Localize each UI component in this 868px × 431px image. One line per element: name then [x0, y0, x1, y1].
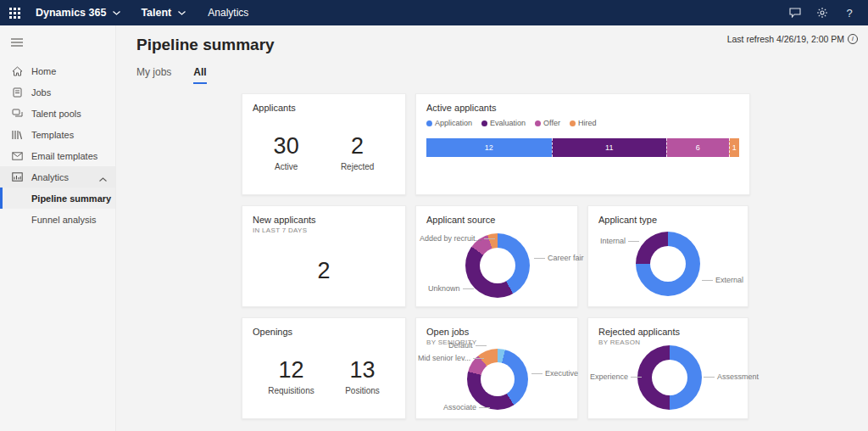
card-subtitle: BY SENIORITY	[426, 339, 567, 346]
donut-label-mid-senior: Mid senior lev...	[418, 354, 484, 362]
sidebar-item-home[interactable]: Home	[0, 60, 115, 81]
sidebar-item-label: Email templates	[31, 151, 97, 161]
donut-label-added-by-recruiter: Added by recruit...	[420, 234, 495, 243]
sidebar-item-templates[interactable]: Templates	[0, 124, 115, 145]
kpi-value: 13	[345, 357, 380, 383]
menu-icon[interactable]	[0, 25, 115, 60]
tab-bar: My jobs All	[136, 66, 207, 84]
donut-label-assessment: Assessment	[704, 372, 759, 381]
chevron-down-icon[interactable]	[178, 11, 186, 15]
kpi-value: 12	[268, 357, 314, 383]
card-applicant-type: Applicant type Internal External	[587, 205, 748, 307]
card-title: Openings	[253, 327, 395, 337]
last-refresh: Last refresh 4/26/19, 2:00 PM i	[727, 34, 858, 44]
donut-label-internal: Internal	[600, 237, 639, 245]
chevron-up-icon[interactable]	[99, 173, 107, 183]
donut-chart-rejected-applicants	[637, 345, 702, 410]
main-content: Pipeline summary Last refresh 4/26/19, 2…	[116, 25, 868, 431]
donut-label-unknown: Unknown	[428, 284, 474, 293]
bar-segment-application: 12	[426, 138, 552, 157]
legend-dot-evaluation	[481, 120, 487, 126]
legend-dot-hired	[570, 120, 576, 126]
card-applicant-source: Applicant source Added by recruit... Car…	[415, 205, 578, 307]
legend-dot-offer	[535, 120, 541, 126]
legend-label: Evaluation	[490, 119, 526, 127]
feedback-icon[interactable]	[782, 0, 809, 25]
donut-label-executive: Executive	[531, 369, 578, 378]
help-icon[interactable]: ?	[836, 0, 863, 25]
card-title: New applicants	[253, 215, 395, 225]
donut-chart-applicant-source	[465, 233, 530, 298]
kpi-active: 30 Active	[274, 133, 299, 171]
library-icon	[11, 130, 23, 140]
card-title: Active applicants	[426, 103, 739, 113]
sidebar-item-jobs[interactable]: Jobs	[0, 81, 115, 103]
card-title: Rejected applicants	[598, 327, 737, 337]
donut-chart-applicant-type	[636, 232, 700, 296]
bar-segment-hired: 1	[729, 138, 739, 157]
people-cards-icon	[11, 109, 23, 118]
app-launcher-icon[interactable]	[0, 0, 29, 25]
envelope-icon	[11, 152, 23, 160]
card-title: Open jobs	[426, 327, 567, 337]
card-applicants: Applicants 30 Active 2 Rejected	[242, 93, 406, 195]
card-openings: Openings 12 Requisitions 13 Positions	[242, 317, 406, 419]
sidebar-item-label: Analytics	[31, 172, 69, 182]
kpi-positions: 13 Positions	[345, 357, 380, 395]
card-title: Applicant source	[426, 215, 567, 225]
sidebar-item-label: Jobs	[31, 87, 51, 98]
briefcase-icon	[11, 87, 23, 98]
page-title: Pipeline summary	[136, 36, 275, 54]
chart-icon	[11, 172, 23, 182]
module-name[interactable]: Talent	[141, 7, 171, 19]
card-rejected-applicants: Rejected applicants BY REASON Experience…	[587, 317, 748, 419]
stacked-bar-chart: 121161	[426, 138, 739, 157]
sidebar-item-analytics[interactable]: Analytics	[0, 166, 115, 188]
donut-label-experience: Experience	[590, 372, 642, 381]
card-open-jobs: Open jobs BY SENIORITY Default Mid senio…	[415, 317, 578, 419]
kpi-label: Positions	[345, 386, 380, 395]
sidebar-item-label: Templates	[31, 130, 74, 140]
breadcrumb-page: Analytics	[208, 7, 248, 19]
card-title: Applicants	[253, 103, 395, 113]
last-refresh-text: Last refresh 4/26/19, 2:00 PM	[727, 34, 844, 44]
sidebar-item-label: Talent pools	[31, 109, 81, 119]
donut-label-default: Default	[448, 341, 487, 350]
left-navigation: Home Jobs Talent pools Templates	[0, 25, 116, 431]
kpi-requisitions: 12 Requisitions	[268, 357, 314, 395]
sidebar-subitem-pipeline-summary[interactable]: Pipeline summary	[0, 188, 115, 209]
sidebar-subitem-label: Pipeline summary	[31, 193, 111, 204]
kpi-value: 2	[341, 133, 374, 160]
settings-gear-icon[interactable]	[809, 0, 836, 25]
kpi-value: 2	[253, 258, 395, 284]
legend-label: Application	[435, 119, 472, 127]
donut-label-external: External	[702, 276, 743, 284]
kpi-value: 30	[274, 133, 299, 160]
top-app-bar: Dynamics 365 Talent Analytics ?	[0, 0, 868, 25]
legend-dot-application	[426, 120, 432, 126]
sidebar-subitem-label: Funnel analysis	[31, 215, 96, 225]
legend-label: Hired	[578, 119, 597, 127]
legend-label: Offer	[543, 119, 560, 127]
home-icon	[11, 66, 23, 76]
chevron-down-icon[interactable]	[113, 11, 120, 15]
kpi-label: Requisitions	[268, 386, 314, 395]
kpi-label: Rejected	[341, 162, 374, 171]
card-new-applicants: New applicants IN LAST 7 DAYS 2	[242, 205, 406, 307]
bar-segment-evaluation: 11	[552, 138, 666, 157]
card-active-applicants: Active applicants Application Evaluation…	[415, 93, 750, 195]
info-icon[interactable]: i	[848, 34, 858, 44]
sidebar-subitem-funnel-analysis[interactable]: Funnel analysis	[0, 209, 115, 230]
chart-legend: Application Evaluation Offer Hired	[426, 119, 739, 127]
bar-segment-offer: 6	[666, 138, 729, 157]
app-name[interactable]: Dynamics 365	[36, 7, 106, 19]
tab-my-jobs[interactable]: My jobs	[136, 66, 171, 84]
donut-label-career-fair: Career fair	[534, 254, 584, 262]
sidebar-item-talent-pools[interactable]: Talent pools	[0, 103, 115, 124]
tab-all[interactable]: All	[193, 66, 206, 84]
kpi-label: Active	[274, 162, 299, 171]
donut-label-associate: Associate	[443, 403, 490, 411]
sidebar-item-label: Home	[31, 66, 56, 76]
card-title: Applicant type	[598, 215, 737, 225]
sidebar-item-email-templates[interactable]: Email templates	[0, 145, 115, 166]
